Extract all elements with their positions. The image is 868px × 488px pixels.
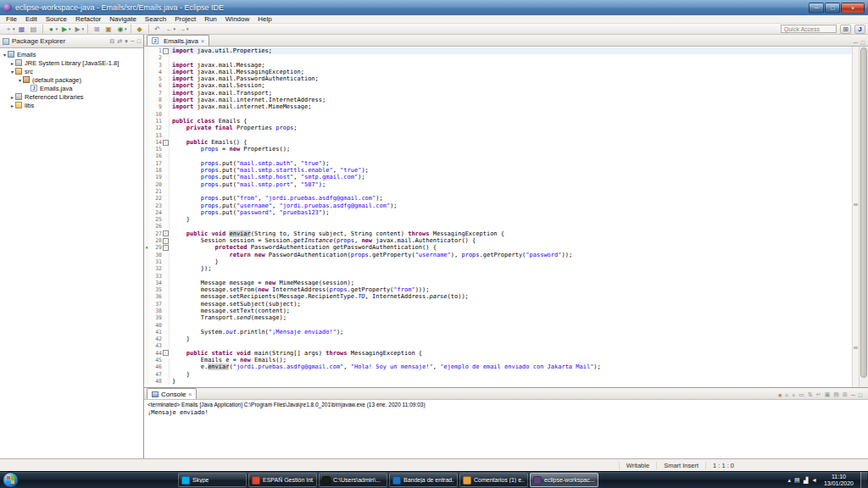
- fold-marker[interactable]: [162, 237, 170, 244]
- debug-button-dropdown[interactable]: ▾: [56, 26, 58, 31]
- collapse-icon[interactable]: ▾: [9, 69, 15, 75]
- remove-all-launches-icon[interactable]: ×: [792, 392, 795, 398]
- collapse-icon[interactable]: ▾: [17, 77, 23, 83]
- code-line[interactable]: 25 }: [144, 216, 852, 223]
- maximize-console-icon[interactable]: □: [859, 392, 862, 398]
- menu-file[interactable]: File: [2, 15, 21, 23]
- code-line[interactable]: 19 props.put("mail.smtp.host", "smtp.gma…: [144, 174, 852, 180]
- code-line[interactable]: 38 message.setText(content);: [144, 308, 852, 314]
- tree-item-jre-system-library-javase-1-8[interactable]: ▸JRE System Library [JavaSE-1.8]: [0, 58, 143, 67]
- code-line[interactable]: 45 Emails e = new Emails();: [144, 357, 852, 363]
- menu-help[interactable]: Help: [253, 15, 275, 23]
- taskbar-button-espa-gesti-n-int[interactable]: ESPAÑ Gestión Int...: [248, 473, 317, 487]
- pin-console-icon[interactable]: ▣: [825, 391, 831, 398]
- clear-console-icon[interactable]: ▭: [798, 391, 804, 398]
- tree-item-emails[interactable]: ▾Emails: [0, 50, 143, 58]
- scroll-lock-icon[interactable]: ⇅: [808, 391, 813, 398]
- code-line[interactable]: 27 public void enviar(String to, String …: [144, 230, 852, 237]
- word-wrap-icon[interactable]: ↵: [816, 391, 821, 398]
- code-line[interactable]: 6import javax.mail.Session;: [144, 82, 852, 89]
- menu-window[interactable]: Window: [221, 15, 253, 23]
- taskbar-button-eclipse-workspac[interactable]: eclipse-workspac...: [530, 473, 598, 487]
- save-button[interactable]: ▦: [16, 24, 28, 34]
- eclipse-app-icon[interactable]: [3, 3, 12, 12]
- taskbar-button-bandeja-de-entrad[interactable]: Bandeja de entrad...: [389, 473, 458, 487]
- code-line[interactable]: 1import java.util.Properties;: [144, 47, 852, 54]
- code-line[interactable]: 47 }: [144, 371, 852, 378]
- code-line[interactable]: 24 props.put("password", "pruebas123");: [144, 209, 852, 216]
- last-edit-location-button[interactable]: ↶: [152, 24, 164, 34]
- taskbar-button-c-users-admin[interactable]: C:\Users\admin\...: [319, 473, 387, 487]
- code-line[interactable]: 3import javax.mail.Message;: [144, 62, 852, 69]
- code-line[interactable]: 17 props.put("mail.smtp.auth", "true");: [144, 160, 852, 167]
- java-perspective-button[interactable]: J: [854, 25, 865, 34]
- code-line[interactable]: 34 Message message = new MimeMessage(ses…: [144, 280, 852, 286]
- tree-item-libs[interactable]: ▸libs: [0, 101, 143, 109]
- overview-ruler[interactable]: [852, 47, 859, 387]
- code-line[interactable]: 16: [144, 152, 852, 159]
- network-icon[interactable]: ▟: [804, 477, 808, 484]
- code-line[interactable]: 40: [144, 322, 852, 329]
- code-line[interactable]: 23 props.put("username", "jordi.pruebas.…: [144, 202, 852, 209]
- console-close-icon[interactable]: ×: [188, 391, 192, 397]
- console-tab[interactable]: Console ×: [147, 388, 197, 399]
- window-maximize-button[interactable]: □: [825, 3, 840, 14]
- code-line[interactable]: 28 Session session = Session.getInstance…: [144, 237, 852, 244]
- view-menu-icon[interactable]: ▾: [125, 38, 128, 45]
- quick-access-box[interactable]: Quick Access: [781, 25, 837, 33]
- code-line[interactable]: 10: [144, 111, 852, 118]
- taskbar-button-skype[interactable]: Skype: [178, 473, 247, 487]
- collapse-icon[interactable]: ▾: [2, 52, 8, 58]
- scrollbar-thumb[interactable]: [860, 47, 867, 378]
- action-center-icon[interactable]: ▤: [794, 477, 800, 484]
- print-button[interactable]: ▤: [28, 24, 40, 34]
- editor-scrollbar[interactable]: [859, 47, 868, 387]
- expand-icon[interactable]: ▸: [9, 60, 15, 66]
- terminate-icon[interactable]: ■: [778, 392, 782, 398]
- menu-edit[interactable]: Edit: [21, 15, 42, 23]
- code-line[interactable]: 31 }: [144, 258, 852, 265]
- fold-marker[interactable]: [162, 47, 170, 54]
- new-class-button-dropdown[interactable]: ▾: [125, 26, 127, 31]
- code-line[interactable]: 48}: [144, 378, 852, 385]
- expand-icon[interactable]: ▸: [9, 103, 15, 108]
- code-line[interactable]: 22 props.put("from", "jordi.pruebas.asdf…: [144, 195, 852, 202]
- run-button-dropdown[interactable]: ▾: [69, 26, 71, 31]
- menu-run[interactable]: Run: [200, 15, 221, 23]
- back-button-dropdown[interactable]: ▾: [174, 26, 176, 31]
- menu-navigate[interactable]: Navigate: [105, 15, 141, 23]
- remove-launch-icon[interactable]: ×: [785, 392, 788, 398]
- tree-item-emails-java[interactable]: Emails.java: [0, 84, 143, 92]
- menu-source[interactable]: Source: [42, 15, 71, 23]
- code-line[interactable]: 4import javax.mail.MessagingException;: [144, 69, 852, 75]
- display-console-icon[interactable]: ▤: [833, 391, 839, 398]
- code-line[interactable]: 5import javax.mail.PasswordAuthenticatio…: [144, 75, 852, 82]
- menu-project[interactable]: Project: [170, 15, 200, 23]
- fold-marker[interactable]: [162, 230, 170, 237]
- new-package-button[interactable]: ▣: [103, 24, 114, 34]
- tab-close-icon[interactable]: ×: [201, 38, 204, 44]
- volume-icon[interactable]: ◄: [811, 477, 817, 483]
- code-line[interactable]: 42 }: [144, 336, 852, 342]
- panel-maximize-icon[interactable]: □: [137, 38, 141, 45]
- start-button[interactable]: [3, 472, 19, 488]
- code-line[interactable]: 44 public static void main(String[] args…: [144, 350, 852, 357]
- menu-search[interactable]: Search: [141, 15, 170, 23]
- open-perspective-icon[interactable]: ⊞: [840, 25, 851, 34]
- taskbar-button-comentarios-1-e[interactable]: Comentarios (1) e...: [459, 473, 528, 487]
- taskbar-clock[interactable]: 11:10 13/01/2020: [821, 474, 857, 487]
- link-with-editor-icon[interactable]: ⇄: [117, 38, 122, 45]
- open-console-icon[interactable]: ⊞: [843, 391, 848, 398]
- code-line[interactable]: 2: [144, 54, 852, 61]
- code-line[interactable]: 8import javax.mail.internet.InternetAddr…: [144, 97, 852, 103]
- console-output[interactable]: ¡Mensaje enviado!: [144, 408, 868, 416]
- editor-maximize-icon[interactable]: □: [861, 40, 865, 46]
- panel-minimize-icon[interactable]: ─: [131, 38, 135, 45]
- window-close-button[interactable]: ×: [841, 3, 865, 14]
- code-line[interactable]: 30 return new PasswordAuthentication(pro…: [144, 252, 852, 258]
- code-line[interactable]: 37 message.setSubject(subject);: [144, 301, 852, 308]
- collapse-all-icon[interactable]: ⊟: [110, 38, 115, 45]
- show-desktop-button[interactable]: [860, 472, 867, 488]
- editor-minimize-icon[interactable]: ─: [854, 40, 858, 46]
- code-line[interactable]: 20 props.put("mail.smtp.port", "587");: [144, 181, 852, 188]
